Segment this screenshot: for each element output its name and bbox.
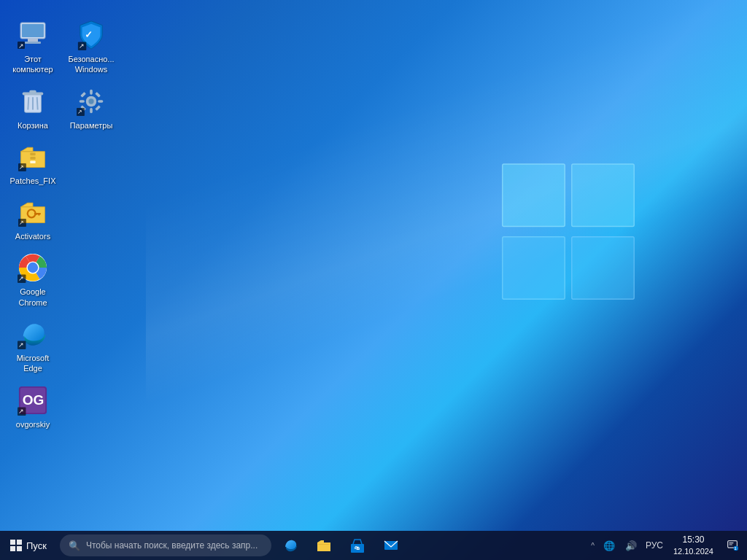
taskbar-explorer[interactable] bbox=[308, 531, 340, 560]
edge-icon-img: ↗ bbox=[17, 318, 49, 350]
svg-rect-15 bbox=[29, 90, 36, 93]
svg-point-20 bbox=[88, 98, 93, 104]
settings-label: Параметры bbox=[70, 120, 113, 131]
svg-rect-31 bbox=[30, 152, 35, 155]
svg-point-44 bbox=[28, 262, 38, 273]
svg-rect-33 bbox=[30, 160, 35, 163]
svg-text:OG: OG bbox=[23, 392, 44, 407]
icon-row-1: Корзина bbox=[4, 81, 120, 136]
ovgorskiy-icon-img: OG ↗ bbox=[17, 384, 49, 416]
svg-text:↗: ↗ bbox=[18, 42, 24, 49]
key-folder-svg: ↗ bbox=[18, 197, 47, 228]
svg-rect-63 bbox=[729, 542, 733, 543]
recycle-label: Корзина bbox=[18, 120, 48, 131]
search-icon: 🔍 bbox=[69, 540, 80, 551]
tray-volume[interactable]: 🔊 bbox=[621, 540, 641, 551]
security-label: Безопасно...Windows bbox=[68, 54, 114, 75]
tray-show-hidden[interactable]: ^ bbox=[588, 540, 597, 551]
tray-internet-icon[interactable]: 🌐 bbox=[599, 540, 619, 551]
recycle-icon-img bbox=[17, 85, 49, 117]
svg-rect-32 bbox=[30, 157, 35, 160]
svg-rect-58 bbox=[318, 544, 330, 545]
svg-text:↗: ↗ bbox=[18, 276, 24, 283]
svg-rect-56 bbox=[10, 546, 15, 551]
svg-rect-21 bbox=[90, 89, 93, 94]
globe-icon: 🌐 bbox=[603, 540, 615, 551]
gear-icon-img: ↗ bbox=[75, 85, 107, 117]
start-icon bbox=[10, 540, 22, 551]
svg-rect-24 bbox=[98, 100, 103, 103]
taskbar-edge-icon bbox=[282, 537, 298, 553]
language-label: РУС bbox=[646, 540, 663, 551]
shield-icon-img: ✓ ↗ bbox=[75, 19, 107, 51]
svg-rect-39 bbox=[36, 213, 37, 215]
desktop: ↗ Этот компьютер ✓ ↗ Безопасно...Windows bbox=[0, 0, 747, 560]
svg-rect-64 bbox=[729, 544, 732, 545]
svg-text:🛍: 🛍 bbox=[354, 545, 359, 551]
clock-date: 12.10.2024 bbox=[673, 546, 713, 556]
icon-row-2: ↗ Patches_FIX bbox=[4, 136, 62, 192]
search-bar[interactable]: 🔍 Чтобы начать поиск, введите здесь запр… bbox=[60, 534, 271, 556]
svg-text:↗: ↗ bbox=[79, 42, 85, 50]
windows-logo bbox=[499, 160, 638, 306]
icon-row-6: OG ↗ ovgorskiy bbox=[4, 380, 62, 435]
computer-icon-img: ↗ bbox=[17, 19, 49, 51]
icon-google-chrome[interactable]: ↗ GoogleChrome bbox=[4, 247, 62, 312]
svg-text:1: 1 bbox=[734, 546, 736, 551]
patches-icon-img: ↗ bbox=[17, 141, 49, 173]
chrome-label: GoogleChrome bbox=[18, 287, 47, 308]
start-button[interactable]: Пуск bbox=[0, 531, 57, 560]
icon-patches-fix[interactable]: ↗ Patches_FIX bbox=[4, 136, 62, 190]
svg-line-16 bbox=[28, 97, 28, 109]
svg-text:✓: ✓ bbox=[85, 29, 93, 40]
edge-svg: ↗ bbox=[18, 319, 48, 349]
tray-language[interactable]: РУС bbox=[643, 540, 666, 551]
svg-rect-38 bbox=[38, 213, 39, 216]
taskbar-edge[interactable] bbox=[274, 531, 306, 560]
svg-text:↗: ↗ bbox=[18, 341, 24, 349]
taskbar-apps: 🛍 bbox=[274, 531, 407, 560]
edge-label: MicrosoftEdge bbox=[17, 353, 50, 374]
svg-rect-23 bbox=[80, 100, 85, 103]
search-placeholder: Чтобы начать поиск, введите здесь запр..… bbox=[86, 540, 258, 551]
icon-this-computer[interactable]: ↗ Этот компьютер bbox=[4, 15, 62, 79]
svg-rect-0 bbox=[503, 164, 565, 227]
icon-row-3: ↗ Activators bbox=[4, 192, 62, 247]
svg-rect-57 bbox=[17, 546, 22, 551]
desktop-icons-container: ↗ Этот компьютер ✓ ↗ Безопасно...Windows bbox=[0, 7, 124, 443]
svg-rect-3 bbox=[572, 237, 635, 300]
clock[interactable]: 15:30 12.10.2024 bbox=[667, 531, 719, 560]
ovgorskiy-label: ovgorskiy bbox=[16, 419, 50, 429]
gear-svg: ↗ bbox=[77, 86, 106, 117]
svg-rect-7 bbox=[25, 42, 41, 44]
svg-rect-54 bbox=[10, 540, 15, 545]
volume-icon: 🔊 bbox=[625, 540, 637, 551]
notification-icon: 1 bbox=[727, 540, 738, 551]
svg-text:↗: ↗ bbox=[77, 109, 82, 115]
icon-recycle-bin[interactable]: Корзина bbox=[4, 81, 62, 135]
svg-rect-26 bbox=[95, 92, 101, 98]
taskbar-store[interactable]: 🛍 bbox=[341, 531, 374, 560]
icon-activators[interactable]: ↗ Activators bbox=[4, 192, 62, 246]
recycle-svg bbox=[19, 86, 47, 117]
taskbar-mail[interactable] bbox=[375, 531, 407, 560]
icon-row-5: ↗ MicrosoftEdge bbox=[4, 314, 62, 380]
notification-button[interactable]: 1 bbox=[721, 531, 744, 560]
start-label: Пуск bbox=[26, 540, 47, 551]
icon-microsoft-edge[interactable]: ↗ MicrosoftEdge bbox=[4, 314, 62, 378]
patches-label: Patches_FIX bbox=[10, 176, 56, 186]
clock-time: 15:30 bbox=[682, 534, 704, 546]
svg-text:↗: ↗ bbox=[18, 408, 24, 415]
icon-row-0: ↗ Этот компьютер ✓ ↗ Безопасно...Windows bbox=[4, 15, 120, 81]
ovgorskiy-svg: OG ↗ bbox=[18, 385, 48, 416]
chrome-svg: ↗ bbox=[18, 252, 48, 283]
icon-windows-security[interactable]: ✓ ↗ Безопасно...Windows bbox=[62, 15, 120, 79]
svg-rect-28 bbox=[95, 105, 101, 111]
computer-label: Этот компьютер bbox=[7, 54, 59, 75]
shield-svg: ✓ ↗ bbox=[77, 20, 105, 50]
system-tray: ^ 🌐 🔊 РУС 15:30 12.10.2024 bbox=[588, 531, 747, 560]
icon-ovgorskiy[interactable]: OG ↗ ovgorskiy bbox=[4, 380, 62, 434]
svg-text:↗: ↗ bbox=[19, 164, 24, 171]
icon-settings[interactable]: ↗ Параметры bbox=[62, 81, 120, 135]
svg-text:↗: ↗ bbox=[19, 219, 24, 226]
